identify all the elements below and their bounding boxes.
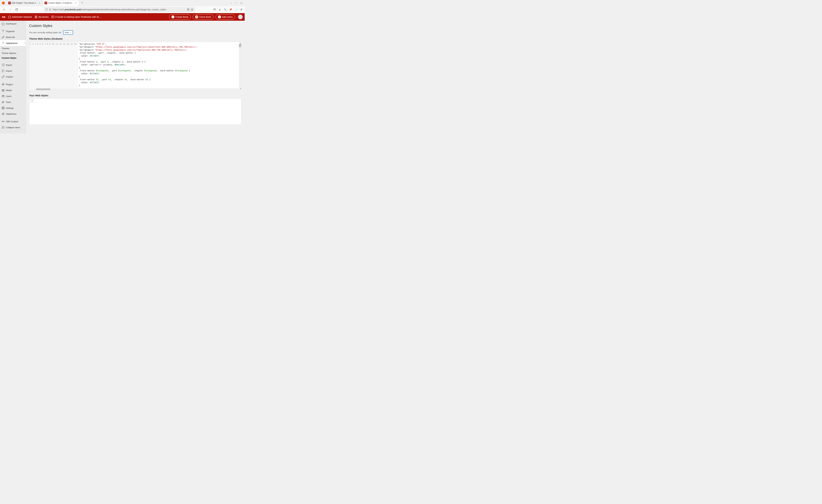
bookmark-star-icon[interactable] bbox=[191, 8, 193, 11]
horizontal-scrollbar[interactable]: ‹ › bbox=[34, 88, 239, 90]
pressbooks-logo[interactable]: PB bbox=[2, 16, 5, 18]
back-button[interactable] bbox=[2, 7, 6, 12]
vertical-scrollbar[interactable]: ▲ ▼ bbox=[239, 42, 241, 90]
pocket-icon[interactable] bbox=[213, 8, 216, 11]
url-text: https://uark.pressbooks.pub/makingopente… bbox=[53, 8, 185, 11]
books-icon bbox=[34, 15, 37, 18]
browser-tab-2[interactable]: PB Custom Styles ‹ A Guide to Mak... × bbox=[43, 0, 79, 6]
sidebar-dashboard[interactable]: Dashboard bbox=[0, 21, 26, 27]
tab-favicon: PB bbox=[45, 2, 47, 4]
sidebar-export[interactable]: Export bbox=[0, 62, 26, 68]
browser-tab-strip: PB Edit Chapter "Your Books Appea... × P… bbox=[0, 0, 245, 6]
sidebar-publish[interactable]: Publish bbox=[0, 74, 26, 80]
reload-button[interactable] bbox=[14, 7, 19, 12]
sidebar-themeoptions[interactable]: Theme Options bbox=[0, 51, 26, 56]
book-title-link[interactable]: A Guide to Making Open Textbooks with St… bbox=[51, 15, 101, 18]
code-area[interactable] bbox=[34, 99, 241, 103]
sidebar-collapse[interactable]: Collapse menu bbox=[0, 124, 26, 130]
new-tab-button[interactable]: + bbox=[80, 1, 84, 5]
sidebar-item-label: TablePress bbox=[6, 113, 16, 115]
sidebar-tablepress[interactable]: TablePress bbox=[0, 111, 26, 117]
collapse-icon bbox=[2, 126, 5, 129]
sidebar-item-label: Media bbox=[6, 89, 12, 92]
extension-icon-3[interactable]: 📄 bbox=[235, 8, 238, 11]
create-book-button[interactable]: + Create Book bbox=[169, 14, 191, 20]
users-icon bbox=[2, 95, 5, 98]
sidebar-item-label: Export bbox=[6, 64, 12, 66]
minimize-icon[interactable]: — bbox=[235, 2, 238, 4]
sidebar-tools[interactable]: Tools bbox=[0, 99, 26, 105]
address-bar[interactable]: https://uark.pressbooks.pub/makingopente… bbox=[44, 7, 195, 12]
svg-point-11 bbox=[2, 95, 3, 96]
svg-point-10 bbox=[3, 90, 4, 91]
menu-icon[interactable] bbox=[240, 8, 243, 11]
line-gutter: 1 bbox=[29, 99, 34, 103]
tab-favicon: PB bbox=[8, 2, 11, 4]
book-icon bbox=[2, 30, 5, 33]
sidebar-import[interactable]: Import bbox=[0, 68, 26, 74]
sidebar-themes[interactable]: Themes bbox=[0, 46, 26, 51]
clone-icon: ⟳ bbox=[195, 15, 198, 18]
create-book-label: Create Book bbox=[175, 16, 188, 18]
sidebar-plugins[interactable]: Plugins bbox=[0, 81, 26, 87]
svg-point-12 bbox=[3, 95, 4, 96]
tab-title: Custom Styles ‹ A Guide to Mak... bbox=[48, 2, 74, 4]
sidebar-item-label: Tools bbox=[6, 101, 11, 103]
styles-target-select[interactable]: Web bbox=[63, 30, 73, 35]
your-styles-editor[interactable]: 1 bbox=[29, 98, 241, 125]
sidebar-users[interactable]: Users bbox=[0, 93, 26, 99]
close-icon[interactable]: × bbox=[74, 2, 77, 4]
add-users-button[interactable]: + Add Users bbox=[216, 14, 235, 20]
book-title-label: A Guide to Making Open Textbooks with St… bbox=[55, 16, 101, 18]
camera-icon bbox=[2, 89, 5, 92]
download-icon[interactable] bbox=[219, 8, 221, 11]
line-gutter: 1 2 3 4 5 6 7 8 9 10 11 12 13 14 15 16 bbox=[29, 42, 78, 90]
clone-book-button[interactable]: ⟳ Clone Book bbox=[193, 14, 214, 20]
tab-title: Edit Chapter "Your Books Appea... bbox=[12, 2, 38, 4]
forward-button[interactable] bbox=[8, 7, 12, 12]
sidebar-item-label: Import bbox=[6, 70, 12, 72]
sidebar-item-label: Users bbox=[6, 95, 11, 97]
sidebar-item-label: Book Info bbox=[6, 36, 15, 38]
sidebar-item-label: Dashboard bbox=[6, 23, 16, 25]
add-users-label: Add Users bbox=[222, 16, 233, 18]
avatar[interactable] bbox=[238, 15, 243, 19]
theme-styles-heading: Theme Web Styles (Graham) bbox=[29, 37, 241, 40]
app-bar: PB Administer Network My Books A Guide t… bbox=[0, 13, 245, 21]
sidebar-settings[interactable]: Settings bbox=[0, 105, 26, 111]
gear-icon bbox=[2, 106, 5, 109]
wrench-icon bbox=[2, 101, 5, 103]
import-icon bbox=[2, 69, 5, 72]
main-content: Custom Styles You are currently editing … bbox=[26, 21, 245, 133]
h5p-icon: H5P bbox=[2, 120, 5, 123]
sidebar-customstyles[interactable]: Custom Styles bbox=[0, 56, 26, 60]
maximize-icon[interactable]: ▢ bbox=[240, 2, 242, 4]
browser-toolbar: https://uark.pressbooks.pub/makingopente… bbox=[0, 6, 245, 13]
sidebar-bookinfo[interactable]: Book Info bbox=[0, 34, 26, 40]
extension-icon-1[interactable]: 🔍 bbox=[224, 8, 227, 11]
admin-sidebar: Dashboard Organize Book Info Appearance … bbox=[0, 21, 26, 133]
sidebar-appearance[interactable]: Appearance bbox=[0, 40, 26, 46]
browser-tab-1[interactable]: PB Edit Chapter "Your Books Appea... × bbox=[7, 0, 43, 6]
home-icon bbox=[2, 22, 5, 25]
export-icon bbox=[2, 63, 5, 66]
code-area[interactable]: "kw">@charset "UTF-8"; "kw">@import "htt… bbox=[78, 42, 241, 90]
edit-icon bbox=[2, 36, 5, 39]
administer-network-link[interactable]: Administer Network bbox=[8, 15, 32, 18]
link-icon bbox=[2, 75, 5, 78]
theme-styles-editor[interactable]: 1 2 3 4 5 6 7 8 9 10 11 12 13 14 15 16 "… bbox=[29, 42, 241, 90]
tabs-dropdown-icon[interactable]: ⌄ bbox=[231, 2, 232, 4]
my-books-link[interactable]: My Books bbox=[34, 15, 48, 18]
shield-icon bbox=[45, 8, 48, 11]
plugin-icon bbox=[2, 83, 5, 86]
sidebar-item-label: Organize bbox=[6, 30, 15, 33]
sidebar-organize[interactable]: Organize bbox=[0, 28, 26, 34]
sidebar-media[interactable]: Media bbox=[0, 87, 26, 93]
editing-label: You are currently editing styles for: bbox=[29, 31, 62, 34]
firefox-logo bbox=[0, 1, 7, 4]
extension-icon-2[interactable]: 📌 bbox=[229, 8, 232, 11]
close-icon[interactable]: × bbox=[38, 2, 41, 4]
reader-icon[interactable] bbox=[187, 8, 189, 11]
sidebar-h5p[interactable]: H5P H5P Content bbox=[0, 118, 26, 124]
sidebar-item-label: Publish bbox=[6, 76, 13, 78]
